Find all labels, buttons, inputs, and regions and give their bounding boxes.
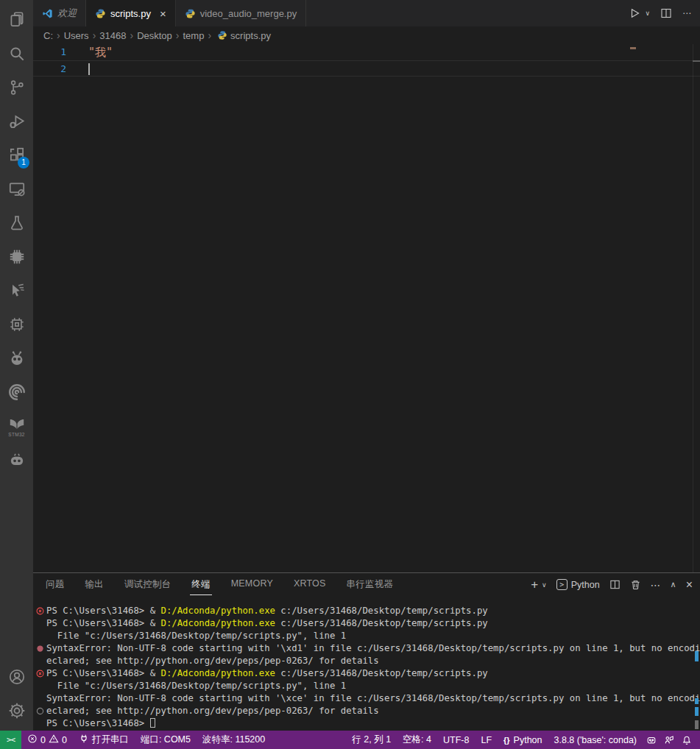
stm32-label: STM32 — [8, 432, 24, 437]
breadcrumb-item[interactable]: temp — [183, 30, 205, 41]
terminal-lines: PS C:\Users\31468> & D:/Adconda/python.e… — [33, 605, 700, 730]
more-actions-button[interactable]: ⋯ — [682, 8, 691, 18]
run-dropdown-chevron-icon[interactable]: ∨ — [645, 10, 650, 17]
search-icon[interactable] — [0, 37, 33, 71]
bell-icon[interactable] — [678, 731, 696, 749]
workbench: 欢迎scripts.py×video_audio_merge.py ∨ ⋯ C:… — [33, 0, 700, 731]
terminal-overview-mark — [695, 698, 699, 704]
wireless-spiral-icon[interactable] — [0, 375, 33, 409]
split-terminal-button[interactable] — [609, 579, 621, 590]
overview-ruler-mark — [693, 60, 700, 62]
tab-label: scripts.py — [110, 8, 151, 19]
terminal-dropdown-chevron-icon[interactable]: ∨ — [542, 581, 547, 589]
serial-port-status[interactable]: 端口: COM5 — [135, 731, 197, 749]
baud-rate-status[interactable]: 波特率: 115200 — [197, 731, 271, 749]
editor-scrollbar[interactable] — [693, 44, 700, 572]
breadcrumb-item[interactable]: 31468 — [99, 30, 126, 41]
panel-more-button[interactable]: ⋯ — [651, 579, 661, 591]
terminal-text: File "c:/Users/31468/Desktop/temp/script… — [46, 681, 346, 691]
editor[interactable]: 1"我"2 — [33, 44, 700, 572]
breadcrumb-item[interactable]: Users — [64, 30, 89, 41]
split-editor-button[interactable] — [660, 7, 672, 19]
problems-status[interactable]: 0 0 — [21, 731, 73, 749]
code-token: "我" — [88, 46, 113, 59]
remote-indicator[interactable]: >< — [0, 731, 21, 749]
panel-tab-串行监视器[interactable]: 串行监视器 — [345, 574, 395, 595]
cursor-position-status[interactable]: 行 2, 列 1 — [346, 731, 397, 749]
chip-outline-icon[interactable] — [0, 308, 33, 341]
indentation-status[interactable]: 空格: 4 — [397, 731, 437, 749]
panel-tab-输出[interactable]: 输出 — [83, 574, 105, 595]
tab-video_audio_merge.py[interactable]: video_audio_merge.py — [176, 0, 307, 26]
panel-tab-调试控制台[interactable]: 调试控制台 — [123, 574, 173, 595]
kill-terminal-button[interactable] — [630, 579, 641, 590]
terminal-text: File "c:/Users/31468/Desktop/temp/script… — [46, 631, 346, 641]
panel-tab-MEMORY[interactable]: MEMORY — [230, 574, 275, 595]
extensions-icon[interactable]: 1 — [0, 138, 33, 172]
python-interpreter-status[interactable]: 3.8.8 ('base': conda) — [548, 731, 643, 749]
close-panel-button[interactable]: × — [686, 578, 693, 592]
vscode-icon — [42, 8, 53, 19]
panel-tab-终端[interactable]: 终端 — [190, 574, 211, 595]
braces-icon: {} — [503, 736, 510, 745]
explorer-icon[interactable] — [0, 3, 33, 37]
line-content[interactable]: "我" — [66, 44, 113, 60]
chip-solid-icon[interactable] — [0, 240, 33, 274]
chevron-right-icon: › — [92, 29, 97, 41]
terminal-text: D:/Adconda/python.exe — [160, 668, 275, 678]
breadcrumb-item[interactable]: C: — [43, 30, 53, 41]
terminal-content[interactable]: PS C:\Users\31468> & D:/Adconda/python.e… — [33, 596, 700, 731]
source-control-icon[interactable] — [0, 71, 33, 104]
run-debug-icon[interactable] — [0, 104, 33, 138]
debug-pointer-icon[interactable] — [0, 274, 33, 308]
tab-欢迎[interactable]: 欢迎 — [33, 0, 86, 26]
terminal-text: SyntaxError: Non-UTF-8 code starting wit… — [46, 643, 700, 653]
feedback-icon[interactable] — [660, 731, 678, 749]
test-beaker-icon[interactable] — [0, 206, 33, 240]
terminal-icon: > — [556, 579, 568, 590]
panel-tab-问题[interactable]: 问题 — [44, 574, 66, 595]
terminal-text: PS C:\Users\31468> & — [46, 668, 160, 678]
platformio-bug-icon[interactable] — [0, 341, 33, 375]
account-icon[interactable] — [0, 660, 33, 694]
activity-bar-bottom — [0, 660, 33, 731]
status-bar: >< 0 0 打开串口 端口: COM5 波特率: 115200 行 2, 列 … — [0, 731, 700, 749]
terminal-text: c:/Users/31468/Desktop/temp/scripts.py — [275, 618, 488, 628]
panel-tabs: 问题输出调试控制台终端MEMORYXRTOS串行监视器 — [44, 574, 395, 595]
eol-status[interactable]: LF — [475, 731, 498, 749]
minimap-line-mark — [630, 47, 636, 49]
settings-icon[interactable] — [0, 694, 33, 728]
maximize-panel-button[interactable]: ∧ — [671, 580, 676, 589]
terminal-line: eclared; see http://python.org/dev/peps/… — [33, 705, 700, 717]
language-label: Python — [514, 735, 542, 745]
tab-scripts.py[interactable]: scripts.py× — [86, 0, 176, 26]
panel-tab-XRTOS[interactable]: XRTOS — [292, 574, 328, 595]
breadcrumb-item[interactable]: Desktop — [137, 30, 172, 41]
encoding-status[interactable]: UTF-8 — [437, 731, 475, 749]
new-terminal-button[interactable]: + — [531, 578, 538, 592]
robot-icon[interactable] — [0, 443, 33, 477]
line-number[interactable]: 1 — [33, 44, 66, 60]
activity-bar: 1STM32 — [0, 0, 33, 731]
editor-line[interactable]: 1"我" — [33, 44, 700, 60]
terminal-name: Python — [571, 580, 600, 590]
robot-face-icon[interactable] — [643, 731, 660, 749]
close-icon[interactable]: × — [160, 8, 166, 19]
open-serial-button[interactable]: 打开串口 — [73, 731, 135, 749]
breadcrumb-file[interactable]: scripts.py — [230, 30, 271, 41]
line-content[interactable] — [66, 61, 90, 76]
run-button[interactable] — [629, 7, 640, 19]
terminal-selector[interactable]: > Python — [556, 579, 600, 590]
chevron-right-icon: › — [56, 29, 61, 41]
tab-bar-tabs: 欢迎scripts.py×video_audio_merge.py — [33, 0, 306, 26]
editor-line[interactable]: 2 — [33, 60, 700, 77]
remote-explorer-icon[interactable] — [0, 172, 33, 206]
terminal-text: PS C:\Users\31468> & — [46, 618, 160, 628]
terminal-line: PS C:\Users\31468> & D:/Adconda/python.e… — [33, 667, 700, 680]
tab-bar: 欢迎scripts.py×video_audio_merge.py ∨ ⋯ — [33, 0, 700, 26]
python-icon — [215, 30, 227, 40]
language-mode-status[interactable]: {} Python — [498, 731, 548, 749]
stm32-butterfly-icon[interactable]: STM32 — [0, 409, 33, 443]
line-number[interactable]: 2 — [33, 61, 66, 76]
errors-count: 0 — [40, 735, 46, 745]
